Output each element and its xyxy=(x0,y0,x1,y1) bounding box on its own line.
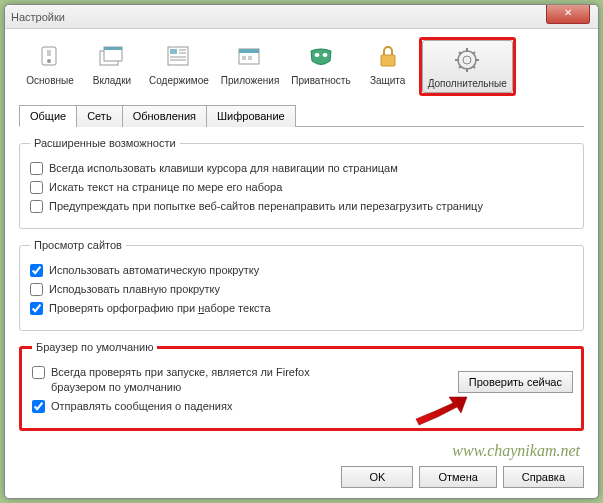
cancel-button[interactable]: Отмена xyxy=(419,466,496,488)
svg-point-16 xyxy=(314,53,319,57)
toolbar-item-security[interactable]: Защита xyxy=(357,37,419,96)
group-browsing: Просмотр сайтов Использовать автоматичес… xyxy=(19,239,584,331)
subtab-encryption[interactable]: Шифрование xyxy=(206,105,296,127)
toolbar-item-content[interactable]: Содержимое xyxy=(143,37,215,96)
checkbox-search-type[interactable] xyxy=(30,181,43,194)
legend-default: Браузер по умолчанию xyxy=(32,341,157,353)
svg-rect-5 xyxy=(104,47,122,50)
checkbox-cursor-nav[interactable] xyxy=(30,162,43,175)
group-advanced: Расширенные возможности Всегда использов… xyxy=(19,137,584,229)
svg-point-20 xyxy=(463,56,471,64)
lock-icon xyxy=(372,41,404,73)
highlight-advanced: Дополнительные xyxy=(419,37,516,96)
svg-line-27 xyxy=(459,66,461,68)
svg-point-1 xyxy=(47,59,51,63)
svg-point-17 xyxy=(322,53,327,57)
apps-icon xyxy=(234,41,266,73)
toolbar-item-apps[interactable]: Приложения xyxy=(215,37,286,96)
label-cursor-nav: Всегда использовать клавиши курсора для … xyxy=(49,161,398,176)
settings-window: Настройки ✕ Основные Вкладки Содержимое … xyxy=(4,4,599,499)
legend-advanced: Расширенные возможности xyxy=(30,137,180,149)
svg-rect-13 xyxy=(239,49,259,53)
dialog-buttons: OK Отмена Справка xyxy=(341,466,584,488)
titlebar: Настройки ✕ xyxy=(5,5,598,29)
mask-icon xyxy=(305,41,337,73)
close-button[interactable]: ✕ xyxy=(546,5,590,24)
checkbox-crash-reports[interactable] xyxy=(32,400,45,413)
subtab-updates[interactable]: Обновления xyxy=(122,105,207,127)
tabs-icon xyxy=(96,41,128,73)
svg-line-25 xyxy=(459,52,461,54)
checkbox-check-default[interactable] xyxy=(32,366,45,379)
legend-browsing: Просмотр сайтов xyxy=(30,239,126,251)
switch-icon xyxy=(34,41,66,73)
checkbox-spellcheck[interactable] xyxy=(30,302,43,315)
toolbar-item-tabs[interactable]: Вкладки xyxy=(81,37,143,96)
subtab-general[interactable]: Общие xyxy=(19,105,77,127)
toolbar-item-advanced[interactable]: Дополнительные xyxy=(422,40,513,93)
window-title: Настройки xyxy=(11,11,65,23)
label-warn-redirect: Предупреждать при попытке веб-сайтов пер… xyxy=(49,199,483,214)
group-default-browser: Браузер по умолчанию Всегда проверять пр… xyxy=(19,341,584,431)
toolbar-item-general[interactable]: Основные xyxy=(19,37,81,96)
svg-line-28 xyxy=(473,52,475,54)
svg-rect-2 xyxy=(47,50,51,56)
ok-button[interactable]: OK xyxy=(341,466,413,488)
category-toolbar: Основные Вкладки Содержимое Приложения П… xyxy=(19,37,584,96)
label-search-type: Искать текст на странице по мере его наб… xyxy=(49,180,282,195)
svg-line-26 xyxy=(473,66,475,68)
svg-rect-7 xyxy=(170,49,177,54)
label-autoscroll: Использовать автоматическую прокрутку xyxy=(49,263,259,278)
checkbox-warn-redirect[interactable] xyxy=(30,200,43,213)
label-spellcheck: Проверять орфографию при наборе текста xyxy=(49,301,271,316)
svg-rect-18 xyxy=(381,55,395,66)
toolbar-item-privacy[interactable]: Приватность xyxy=(285,37,356,96)
subtab-network[interactable]: Сеть xyxy=(76,105,122,127)
content-icon xyxy=(163,41,195,73)
svg-rect-14 xyxy=(242,56,246,60)
checkbox-smooth-scroll[interactable] xyxy=(30,283,43,296)
label-check-default: Всегда проверять при запуске, является л… xyxy=(51,365,352,395)
gear-icon xyxy=(451,44,483,76)
help-button[interactable]: Справка xyxy=(503,466,584,488)
label-crash-reports: Отправлять сообщения о падениях xyxy=(51,399,232,414)
content-area: Основные Вкладки Содержимое Приложения П… xyxy=(5,29,598,449)
svg-rect-15 xyxy=(248,56,252,60)
checkbox-autoscroll[interactable] xyxy=(30,264,43,277)
check-now-button[interactable]: Проверить сейчас xyxy=(458,371,573,393)
subtabs: Общие Сеть Обновления Шифрование xyxy=(19,104,584,127)
label-smooth-scroll: Исподьзовать плавную прокрутку xyxy=(49,282,220,297)
